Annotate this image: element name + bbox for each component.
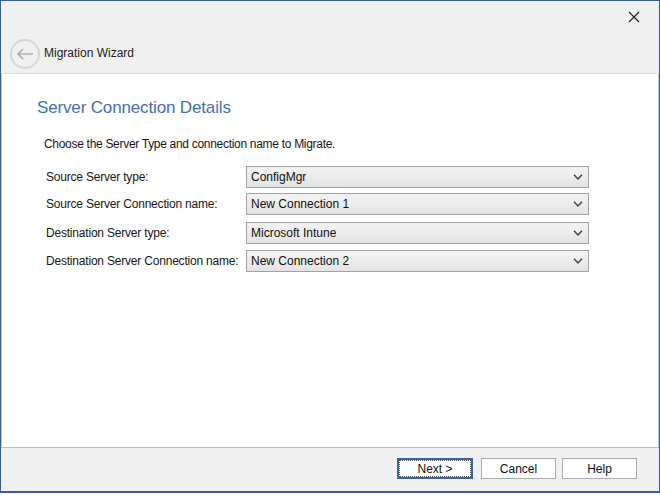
source-connection-name-value: New Connection 1 [247,197,349,211]
field-row-source-connection-name: Source Server Connection name: New Conne… [1,193,660,215]
source-server-type-value: ConfigMgr [247,170,306,184]
help-button-label: Help [587,462,612,476]
destination-server-type-dropdown[interactable]: Microsoft Intune [246,222,589,244]
cancel-button-label: Cancel [500,462,537,476]
destination-server-type-value: Microsoft Intune [247,226,336,240]
field-row-source-server-type: Source Server type: ConfigMgr [1,166,660,188]
next-button-label: Next > [417,462,452,476]
field-row-destination-server-type: Destination Server type: Microsoft Intun… [1,222,660,244]
destination-connection-name-value: New Connection 2 [247,254,349,268]
chevron-down-icon [573,201,583,208]
chevron-down-icon [573,229,583,236]
destination-connection-name-label: Destination Server Connection name: [46,254,238,268]
back-arrow-icon [16,48,34,60]
chevron-down-icon [573,173,583,180]
source-server-type-label: Source Server type: [46,170,148,184]
help-button[interactable]: Help [562,458,637,479]
instruction-text: Choose the Server Type and connection na… [44,137,335,152]
footer-bar [1,447,659,491]
page-heading: Server Connection Details [37,97,231,118]
back-button[interactable] [10,39,40,69]
close-button[interactable] [609,1,659,32]
source-server-type-dropdown[interactable]: ConfigMgr [246,166,589,188]
next-button[interactable]: Next > [397,458,473,479]
source-connection-name-label: Source Server Connection name: [46,197,217,211]
destination-server-type-label: Destination Server type: [46,226,169,240]
source-connection-name-dropdown[interactable]: New Connection 1 [246,193,589,215]
title-header-band: Migration Wizard [1,1,659,74]
destination-connection-name-dropdown[interactable]: New Connection 2 [246,250,589,272]
chevron-down-icon [573,258,583,265]
field-row-destination-connection-name: Destination Server Connection name: New … [1,250,660,272]
wizard-window: Migration Wizard Server Connection Detai… [0,0,660,493]
wizard-title: Migration Wizard [44,46,134,61]
cancel-button[interactable]: Cancel [481,458,556,479]
close-icon [628,11,640,23]
